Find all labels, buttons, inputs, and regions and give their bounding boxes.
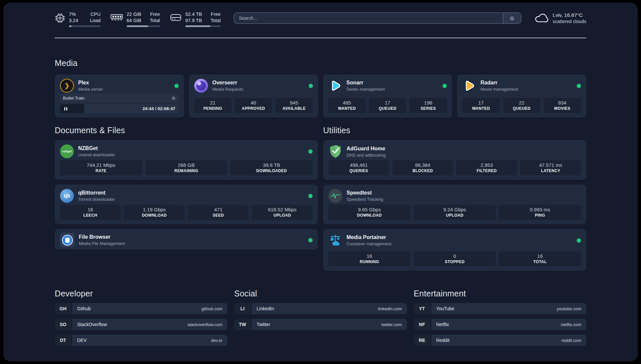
disk-label-2: Total [211,17,221,24]
search-provider-button[interactable]: G [503,13,521,23]
bookmark-name: DEV [77,338,87,343]
disk-icon [170,13,182,22]
cpu-widget: 7%CPU 3.24Load [55,11,101,27]
qbittorrent-icon: qb [60,189,74,203]
service-name: qBittorrent [78,190,304,196]
service-description: Movie management [480,86,572,92]
adguard-icon [328,144,342,159]
disk-free-value: 52.4 TB [185,11,202,17]
status-dot-online [443,84,447,88]
status-dot-online [577,238,581,243]
dashboard-panel: 7%CPU 3.24Load 22 GiBFree 64 GiBTotal [3,3,638,361]
service-name: Speedtest [347,190,581,196]
service-card-adguard[interactable]: AdGuard Home DNS and adblocking 498,461Q… [323,140,586,180]
status-dot-online [577,84,581,88]
bookmark-name: LinkedIn [257,306,274,311]
radarr-icon [462,79,476,93]
bookmark-name: Reddit [436,338,449,343]
memory-progress-fill [127,25,148,27]
cpu-usage-value: 7% [69,11,76,17]
bookmark-stackoverflow[interactable]: SO StackOverflowstackoverflow.com [55,319,227,330]
bookmark-name: Netflix [436,322,449,327]
bookmark-dev[interactable]: DT DEVdev.to [55,335,227,346]
memory-widget: 22 GiBFree 64 GiBTotal [110,11,160,27]
disk-label-1: Free [211,11,221,17]
service-card-qbittorrent[interactable]: qb qBittorrent Torrent downloader 16LEEC… [55,185,318,224]
status-dot-online [308,238,313,242]
bookmark-abbr: LI [234,303,251,314]
section-title-social: Social [234,288,407,298]
cpu-progress-track [69,25,101,27]
stat-filtered: 2,953FILTERED [456,160,517,175]
stat-running: 16RUNNING [328,251,411,266]
service-description: Media server [78,86,170,92]
service-card-nzbget[interactable]: nzbget NZBGet Usenet downloader 744.21 M… [55,140,318,180]
service-card-plex[interactable]: ❯ Plex Media server Bullet Train ⚙ [55,75,184,117]
section-title-developer: Developer [55,288,227,298]
overseerr-icon [194,79,208,93]
bookmark-abbr: YT [414,303,430,314]
status-dot-online [308,194,313,198]
service-description: DNS and adblocking [347,152,581,158]
service-name: AdGuard Home [347,145,581,152]
bookmark-linkedin[interactable]: LI LinkedInlinkedin.com [234,303,407,314]
bookmarks-social: Social LI LinkedInlinkedin.com TW Twitte… [234,288,407,346]
section-title-entertainment: Entertainment [414,288,586,298]
service-name: Radarr [480,79,572,86]
memory-progress-track [127,25,160,27]
bookmark-url: youtube.com [557,306,581,311]
stat-ping: 0.993 msPING [499,205,581,220]
service-description: Speedtest Tracking [347,197,581,202]
stat-series: 196SERIES [410,98,447,113]
cpu-load-value: 3.24 [69,17,78,24]
bookmark-abbr: GH [55,303,71,314]
weather-location-temp: Lviv, 16.87°C [553,12,586,18]
service-card-radarr[interactable]: Radarr Movie management 17WANTED 22QUEUE… [457,75,586,117]
bookmark-url: stackoverflow.com [187,322,222,327]
stat-queries: 498,461QUERIES [328,160,389,175]
service-card-portainer[interactable]: Media Portainer Container management 16R… [323,229,586,271]
cpu-label-2: Load [90,17,101,24]
service-card-overseerr[interactable]: Overseerr Media Requests 21PENDING 40APP… [189,75,318,117]
pause-button[interactable] [60,104,84,113]
stat-stopped: 0STOPPED [414,251,496,266]
stat-blocked: 86,384BLOCKED [392,160,453,175]
plex-now-playing: Bullet Train ⚙ 24:44 / 02:06:47 [60,94,179,113]
service-card-filebrowser[interactable]: File Browser Media File Management [55,229,318,250]
section-media: Media ❯ Plex Media server Bullet Tr [55,58,586,117]
sonarr-icon [328,79,342,93]
service-card-speedtest[interactable]: Speedtest Speedtest Tracking 9.65 GbpsDO… [323,185,586,224]
playback-time: 24:44 / 02:06:47 [142,106,178,111]
bookmark-abbr: TW [234,319,251,330]
bookmark-abbr: DT [55,335,71,346]
plex-icon: ❯ [60,79,74,93]
stat-leech: 16LEECH [60,205,121,220]
service-description: Torrent downloader [78,197,304,202]
speedtest-icon [328,189,342,203]
service-name: Plex [78,79,170,86]
disk-progress-track [185,25,221,27]
bookmark-github[interactable]: GH Githubgithub.com [55,303,227,314]
bookmark-name: Github [77,306,91,311]
service-card-sonarr[interactable]: Sonarr Series management 485WANTED 17QUE… [323,75,452,117]
stat-upload: 618.52 MbpsUPLOAD [252,205,313,220]
gear-icon[interactable]: ⚙ [171,96,176,101]
section-title-media: Media [55,58,586,68]
nzbget-icon: nzbget [60,144,74,158]
search-input[interactable] [234,13,521,24]
weather-condition: scattered clouds [553,18,586,25]
stat-approved: 40APPROVED [235,98,272,113]
bookmark-netflix[interactable]: NF Netflixnetflix.com [414,319,586,330]
bookmark-url: reddit.com [561,338,581,343]
bookmark-youtube[interactable]: YT YouTubeyoutube.com [414,303,586,314]
status-dot-online [309,84,313,88]
bookmark-name: YouTube [436,306,454,311]
bookmark-reddit[interactable]: RE Redditreddit.com [414,335,586,346]
stat-queued: 22QUEUED [503,98,540,113]
service-description: Usenet downloader [78,152,304,158]
service-description: Media Requests [212,86,304,92]
top-bar: 7%CPU 3.24Load 22 GiBFree 64 GiBTotal [55,11,586,27]
service-name: Media Portainer [347,234,572,241]
stat-wanted: 17WANTED [462,98,500,113]
bookmark-twitter[interactable]: TW Twittertwitter.com [234,319,407,330]
